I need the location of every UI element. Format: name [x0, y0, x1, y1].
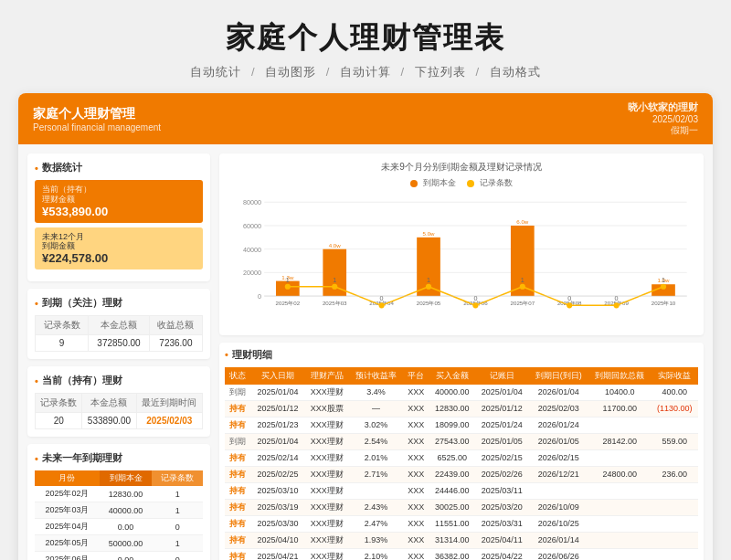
table-cell: 持有 — [225, 449, 251, 466]
table-cell: 2025/02/15 — [475, 449, 529, 466]
table-cell: XXX理财 — [304, 433, 349, 449]
table-cell: XXX — [403, 482, 429, 499]
table-row: 到期2025/01/04XXX理财2.54%XXX27543.002025/01… — [225, 433, 698, 449]
holding-principal: 533890.00 — [82, 413, 136, 429]
holding-col2: 本金总额 — [82, 394, 136, 413]
svg-point-43 — [332, 284, 337, 290]
table-cell: 2.43% — [349, 499, 403, 515]
table-cell: 2.54% — [349, 433, 403, 449]
svg-text:2025年05: 2025年05 — [417, 300, 441, 306]
svg-text:2025年02: 2025年02 — [276, 300, 301, 306]
chart-svg: 0200004000060000800001.3w2025年024.0w2025… — [227, 193, 696, 324]
future-cell: 50000.00 — [100, 535, 153, 552]
table-cell: 2026/10/25 — [529, 515, 588, 532]
dash-body: 数据统计 当前（持有）理财金额 ¥533,890.00 未来12个月到期金额 ¥… — [18, 144, 713, 560]
table-cell — [651, 482, 698, 499]
future-cell: 2025年04月 — [35, 519, 100, 535]
future-cell: 2025年02月 — [35, 486, 100, 502]
table-row: 持有2025/04/10XXX理财1.93%XXX31314.002025/04… — [225, 532, 698, 548]
future-card: 未来一年到期理财 月份 到期本金 记录条数 2025年02月12830.0012… — [27, 444, 210, 560]
dash-title-cn: 家庭个人理财管理 — [33, 106, 161, 122]
table-cell: 2025/03/11 — [475, 482, 529, 499]
table-th: 理财产品 — [304, 367, 349, 385]
table-cell: 到期 — [225, 433, 251, 449]
table-cell: 2026/01/14 — [529, 532, 588, 548]
svg-point-55 — [614, 302, 620, 308]
table-row: 持有2025/01/23XXX理财3.02%XXX18099.002025/01… — [225, 417, 698, 433]
table-cell: 30025.00 — [429, 499, 475, 515]
svg-point-45 — [379, 302, 385, 308]
table-cell: XXX — [403, 417, 429, 433]
table-cell: 11700.00 — [588, 400, 652, 417]
table-row: 持有2025/03/19XXX理财2.43%XXX30025.002025/03… — [225, 499, 698, 515]
date-label: 2025/02/03 — [628, 114, 698, 124]
table-cell: 22439.00 — [429, 466, 475, 482]
svg-point-41 — [285, 284, 291, 290]
legend-line-dot — [467, 180, 474, 187]
future-row: 2025年03月40000.001 — [35, 502, 203, 519]
table-cell: XXX股票 — [304, 400, 349, 417]
table-cell: 2025/01/04 — [475, 385, 529, 401]
main-title: 家庭个人理财管理表 — [18, 18, 713, 58]
future-cell: 1 — [152, 535, 203, 552]
table-cell: 2025/01/12 — [475, 400, 529, 417]
svg-text:6.0w: 6.0w — [516, 218, 529, 225]
stat-box-future-label: 未来12个月到期金额 — [42, 232, 196, 252]
table-cell: XXX理财 — [304, 385, 349, 401]
table-cell: 2025/01/04 — [251, 433, 305, 449]
maturity-gain: 7236.00 — [149, 335, 202, 352]
table-cell: 2025/04/21 — [251, 548, 305, 560]
table-cell: XXX理财 — [304, 499, 349, 515]
table-cell: XXX理财 — [304, 515, 349, 532]
table-cell: 1.93% — [349, 532, 403, 548]
table-cell: XXX理财 — [304, 417, 349, 433]
svg-text:0: 0 — [380, 294, 384, 302]
table-cell: 10400.0 — [588, 385, 652, 401]
table-row: 持有2025/01/12XXX股票—XXX12830.002025/01/122… — [225, 400, 698, 417]
table-cell — [651, 532, 698, 548]
table-cell: 12830.00 — [429, 400, 475, 417]
maturity-col1: 记录条数 — [36, 316, 89, 335]
right-panel: 未来9个月分别到期金额及理财记录情况 到期本金 记录条数 02000 — [219, 153, 704, 560]
table-th: 到期日(到日) — [529, 367, 588, 385]
table-cell — [651, 515, 698, 532]
table-cell — [651, 499, 698, 515]
table-cell: 持有 — [225, 515, 251, 532]
legend-line: 记录条数 — [467, 177, 513, 189]
table-cell — [651, 548, 698, 560]
dash-header-left: 家庭个人理财管理 Personal financial management — [33, 106, 161, 132]
dashboard: 家庭个人理财管理 Personal financial management 晓… — [18, 93, 713, 560]
svg-text:2025年03: 2025年03 — [323, 300, 347, 306]
maturity-principal: 372850.00 — [89, 335, 150, 352]
table-th: 状态 — [225, 367, 251, 385]
table-cell: 24800.00 — [588, 466, 652, 482]
table-cell: 持有 — [225, 548, 251, 560]
table-cell: 6525.00 — [429, 449, 475, 466]
table-cell: 2026/10/09 — [529, 499, 588, 515]
table-cell: 2025/03/31 — [475, 515, 529, 532]
table-cell: XXX理财 — [304, 449, 349, 466]
table-cell: XXX — [403, 449, 429, 466]
stat-box-current-value: ¥533,890.00 — [42, 205, 196, 218]
future-cell: 0 — [152, 552, 203, 560]
table-row: 持有2025/03/10XXX理财XXX24446.002025/03/11 — [225, 482, 698, 499]
table-cell: XXX — [403, 532, 429, 548]
table-cell — [529, 482, 588, 499]
maturity-col2: 本金总额 — [89, 316, 150, 335]
table-cell: (1130.00) — [651, 400, 698, 417]
period-label: 假期一 — [628, 124, 698, 137]
future-col-amount: 到期本金 — [100, 470, 153, 486]
table-cell: XXX理财 — [304, 532, 349, 548]
table-cell: 持有 — [225, 482, 251, 499]
table-cell: 2025/01/04 — [251, 385, 305, 401]
table-cell: 24446.00 — [429, 482, 475, 499]
table-cell: XXX — [403, 548, 429, 560]
future-cell: 0.00 — [100, 519, 153, 535]
table-th: 到期回款总额 — [588, 367, 652, 385]
table-header: 状态买入日期理财产品预计收益率平台买入金额记账日到期日(到日)到期回款总额实际收… — [225, 367, 698, 385]
future-cell: 2025年05月 — [35, 535, 100, 552]
maturity-title: 到期（关注）理财 — [35, 296, 203, 310]
holding-card: 当前（持有）理财 记录条数 本金总额 最近到期时间 20 — [27, 366, 210, 437]
left-panel: 数据统计 当前（持有）理财金额 ¥533,890.00 未来12个月到期金额 ¥… — [27, 153, 210, 560]
stat-box-current: 当前（持有）理财金额 ¥533,890.00 — [35, 180, 203, 223]
